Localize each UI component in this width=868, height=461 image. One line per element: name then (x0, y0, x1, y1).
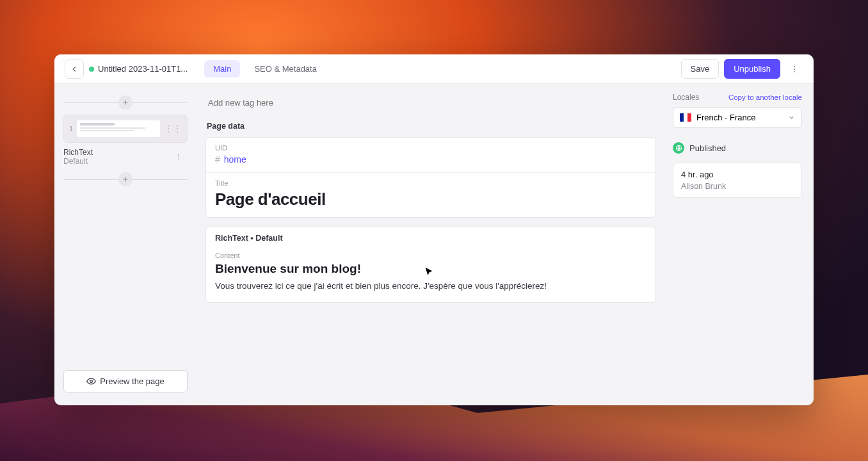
history-user: Alison Brunk (681, 182, 794, 191)
chevron-down-icon (788, 114, 795, 121)
add-slice-bottom-button[interactable] (118, 172, 133, 186)
preview-page-label: Preview the page (100, 376, 164, 386)
app-window: Untitled 2023-11-01T1... Main SEO & Meta… (54, 54, 814, 405)
document-title-text: Untitled 2023-11-01T1... (98, 64, 188, 74)
svg-point-5 (178, 159, 179, 160)
tab-seo[interactable]: SEO & Metadata (245, 60, 326, 77)
arrow-left-icon (70, 65, 79, 74)
save-button[interactable]: Save (681, 59, 719, 79)
kebab-icon (175, 153, 182, 161)
plus-icon (122, 175, 129, 183)
svg-point-6 (90, 380, 93, 383)
preview-page-button[interactable]: Preview the page (63, 370, 188, 392)
meta-sidebar: Locales Copy to another locale French - … (668, 84, 814, 405)
page-data-card: UID # home Title Page d'accueil (205, 137, 656, 218)
locale-select[interactable]: French - France (673, 107, 802, 128)
svg-point-4 (178, 156, 179, 158)
richtext-header: RichText • Default (206, 227, 655, 249)
globe-icon (673, 142, 684, 154)
svg-point-2 (794, 71, 795, 72)
slice-name-label: RichText (63, 148, 93, 157)
flag-france-icon (680, 113, 691, 122)
unpublish-button[interactable]: Unpublish (724, 59, 780, 79)
locale-name: French - France (696, 113, 755, 122)
page-data-label: Page data (207, 122, 655, 131)
slice-card[interactable]: 1 ⋮⋮ (63, 115, 188, 143)
tabs: Main SEO & Metadata (204, 60, 326, 77)
document-title: Untitled 2023-11-01T1... (89, 64, 188, 74)
slice-info: RichText Default (63, 148, 188, 166)
content-heading[interactable]: Bienvenue sur mon blog! (215, 262, 647, 276)
svg-point-0 (794, 65, 795, 67)
add-slice-top-button[interactable] (118, 95, 133, 109)
tab-main[interactable]: Main (204, 60, 240, 77)
publish-status: Published (673, 142, 802, 154)
history-card[interactable]: 4 hr. ago Alison Brunk (673, 163, 802, 198)
history-time: 4 hr. ago (681, 170, 794, 179)
eye-icon (86, 376, 96, 386)
hash-icon: # (215, 154, 220, 165)
content-body[interactable]: Vous trouverez ici ce que j'ai écrit et … (215, 281, 647, 291)
slice-thumbnail (77, 120, 160, 137)
copy-locale-link[interactable]: Copy to another locale (728, 93, 802, 101)
slice-more-button[interactable] (170, 148, 188, 166)
uid-field[interactable]: # home (215, 154, 647, 165)
content-field-label: Content (215, 252, 647, 259)
title-field[interactable]: Page d'accueil (215, 190, 647, 209)
slice-variant-label: Default (63, 157, 93, 166)
title-field-label: Title (215, 179, 647, 187)
svg-point-1 (794, 69, 795, 70)
kebab-icon (790, 65, 799, 74)
main-editor: Page data UID # home Title Page d'accuei… (193, 84, 668, 405)
more-menu-button[interactable] (785, 60, 803, 78)
uid-field-label: UID (215, 144, 647, 152)
drag-handle-icon[interactable]: ⋮⋮ (164, 124, 182, 134)
slice-sidebar: 1 ⋮⋮ RichText Default (54, 84, 193, 405)
status-label: Published (689, 143, 726, 153)
svg-point-3 (178, 154, 179, 156)
uid-value: home (224, 154, 246, 165)
plus-icon (122, 99, 129, 106)
slice-number: 1 (69, 125, 73, 133)
topbar: Untitled 2023-11-01T1... Main SEO & Meta… (54, 54, 814, 84)
status-dot-icon (89, 67, 94, 72)
richtext-block: RichText • Default Content Bienvenue sur… (205, 227, 656, 303)
tag-input[interactable] (205, 93, 656, 117)
back-button[interactable] (65, 60, 84, 79)
locales-label: Locales (673, 93, 699, 102)
